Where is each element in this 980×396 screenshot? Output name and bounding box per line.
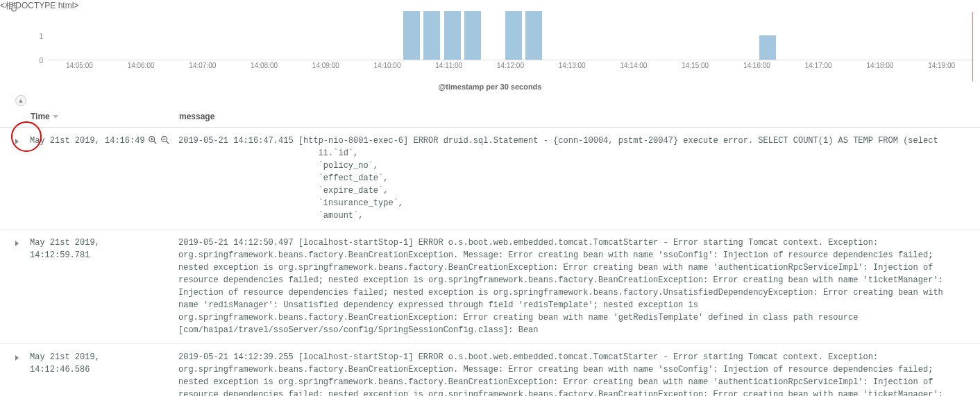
histogram-bar[interactable] — [464, 11, 481, 60]
x-tick: 14:08:00 — [251, 62, 278, 69]
x-tick: 14:14:00 — [620, 62, 647, 69]
x-tick: 14:18:00 — [866, 62, 893, 69]
zoom-out-icon[interactable] — [160, 135, 170, 145]
x-tick: 14:16:00 — [743, 62, 770, 69]
expand-row-icon[interactable] — [15, 241, 19, 246]
collapse-chart-button[interactable]: ▲ — [15, 95, 26, 106]
svg-line-5 — [167, 141, 169, 144]
table-row: May 21st 2019, 14:12:59.7812019-05-21 14… — [0, 230, 980, 344]
expand-row-icon[interactable] — [15, 355, 19, 361]
x-tick: 14:17:00 — [805, 62, 832, 69]
table-row: May 21st 2019, 14:12:46.5862019-05-21 14… — [0, 344, 980, 396]
x-axis-title: @timestamp per 30 seconds — [0, 83, 980, 91]
time-cell: May 21st 2019, 14:12:59.781 — [30, 236, 148, 261]
chevron-up-icon: ▲ — [18, 97, 24, 104]
histogram-bar[interactable] — [423, 11, 440, 60]
x-tick: 14:07:00 — [189, 62, 216, 69]
x-tick: 14:06:00 — [128, 62, 155, 69]
table-row: May 21st 2019, 14:16:492019-05-21 14:16:… — [0, 128, 980, 230]
y-axis: Co 1 0 — [28, 12, 49, 60]
log-viewer: Co 1 0 14:05:0014:06:0014:07:0014:08:001… — [0, 12, 980, 396]
x-tick: 14:12:00 — [497, 62, 524, 69]
x-axis: 14:05:0014:06:0014:07:0014:08:0014:09:00… — [49, 62, 972, 71]
x-tick: 14:05:00 — [66, 62, 93, 69]
x-tick: 14:15:00 — [682, 62, 709, 69]
histogram-chart[interactable]: Co 1 0 14:05:0014:06:0014:07:0014:08:001… — [28, 12, 973, 81]
expand-row-icon[interactable] — [15, 139, 19, 144]
results-table: Time message May 21st 2019, 14:16:492019… — [0, 106, 980, 396]
x-tick: 14:13:00 — [559, 62, 586, 69]
y-axis-label: Co — [10, 3, 18, 12]
histogram-bar[interactable] — [759, 35, 776, 60]
row-actions — [148, 135, 178, 145]
column-header-message[interactable]: message — [179, 112, 980, 121]
table-header: Time message — [0, 106, 980, 128]
x-tick: 14:09:00 — [312, 62, 339, 69]
time-cell: May 21st 2019, 14:16:49 — [30, 135, 148, 147]
y-tick: 1 — [39, 33, 43, 40]
histogram-bar[interactable] — [403, 11, 420, 60]
histogram-bar[interactable] — [525, 11, 542, 60]
plot-area[interactable] — [49, 12, 972, 60]
x-tick: 14:19:00 — [928, 62, 955, 69]
sort-desc-icon — [53, 115, 58, 119]
column-header-time[interactable]: Time — [31, 112, 179, 121]
histogram-bar[interactable] — [444, 11, 461, 60]
column-header-time-label: Time — [31, 112, 50, 121]
x-tick: 14:11:00 — [435, 62, 462, 69]
svg-line-1 — [154, 141, 157, 144]
message-cell: 2019-05-21 14:12:39.255 [localhost-start… — [178, 351, 974, 396]
histogram-bar[interactable] — [505, 11, 522, 60]
time-cell: May 21st 2019, 14:12:46.586 — [30, 351, 148, 376]
y-tick: 0 — [39, 57, 43, 64]
message-cell: 2019-05-21 14:16:47.415 [http-nio-8001-e… — [178, 135, 974, 222]
message-cell: 2019-05-21 14:12:50.497 [localhost-start… — [178, 236, 974, 336]
zoom-in-icon[interactable] — [148, 135, 158, 145]
x-tick: 14:10:00 — [374, 62, 401, 69]
